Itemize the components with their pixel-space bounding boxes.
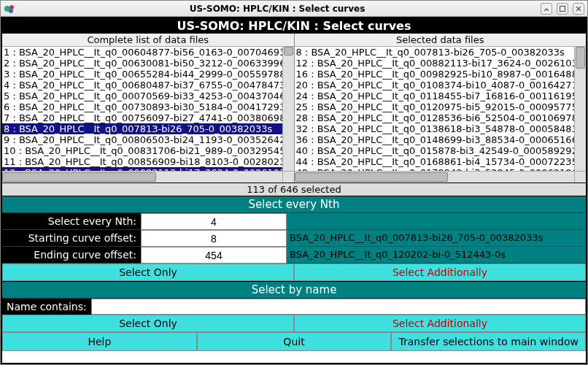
list-item[interactable]: 2 : BSA_20_HPLC__It_q0_00630081-bi50_321… — [2, 58, 282, 69]
selection-status: 113 of 646 selected — [2, 183, 586, 196]
transfer-button[interactable]: Transfer selections to main window — [391, 332, 586, 351]
nth-start-readout: BSA_20_HPLC__It_q0_007813-bi26_705-0_003… — [287, 230, 586, 247]
nth-end-label: Ending curve offset: — [2, 247, 141, 264]
section-select-nth: Select every Nth — [2, 196, 586, 213]
list-item[interactable]: 7 : BSA_20_HPLC__It_q0_00756097-bi27_474… — [2, 112, 282, 123]
list-item[interactable]: 40 : BSA_20_HPLC__It_q0_015878-bi3_42549… — [295, 145, 575, 156]
list-item[interactable]: 1 : BSA_20_HPLC__It_q0_00604877-bi56_016… — [2, 47, 282, 58]
page-subtitle: US-SOMO: HPLC/KIN : Select curves — [2, 18, 586, 34]
list-item[interactable]: 16 : BSA_20_HPLC__It_q0_00982925-bi10_89… — [295, 69, 575, 80]
help-button[interactable]: Help — [2, 332, 197, 351]
list-item[interactable]: 10 : BSA_20_HPLC__It_q0_00831706-bi21_98… — [2, 145, 282, 156]
nth-start-input[interactable] — [142, 233, 286, 245]
list-item[interactable]: 8 : BSA_20_HPLC__It_q0_007813-bi26_705-0… — [2, 123, 282, 134]
list-item[interactable]: 25 : BSA_20_HPLC__It_q0_0120975-bi5_9201… — [295, 101, 575, 112]
nth-every-readout — [287, 213, 586, 230]
list-item[interactable]: 12 : BSA_20_HPLC__It_q0_00882113-bi17_36… — [295, 58, 575, 69]
complete-list-header: Complete list of data files — [2, 34, 294, 47]
selected-list-header: Selected data files — [295, 34, 587, 47]
complete-listbox[interactable]: 1 : BSA_20_HPLC__It_q0_00604877-bi56_016… — [2, 47, 294, 182]
quit-button[interactable]: Quit — [197, 332, 392, 351]
list-item[interactable]: 20 : BSA_20_HPLC__It_q0_0108374-bi10_408… — [295, 80, 575, 91]
nth-select-additionally-button[interactable]: Select Additionally — [294, 264, 586, 281]
nth-end-readout: BSA_20_HPLC__It_q0_120202-bi-0_512443-0s — [287, 247, 586, 264]
section-select-by-name: Select by name — [2, 281, 586, 299]
nth-every-input[interactable] — [142, 216, 286, 228]
list-item[interactable]: 4 : BSA_20_HPLC__It_q0_00680487-bi37_675… — [2, 80, 282, 91]
nth-end-input[interactable] — [142, 250, 286, 261]
name-contains-label: Name contains: — [2, 299, 91, 315]
selected-listbox[interactable]: 8 : BSA_20_HPLC__It_q0_007813-bi26_705-0… — [295, 47, 587, 182]
name-contains-input[interactable] — [92, 299, 585, 314]
selected-hscrollbar[interactable] — [295, 171, 575, 182]
svg-rect-3 — [560, 6, 565, 11]
list-item[interactable]: 3 : BSA_20_HPLC__It_q0_00655284-bi44_299… — [2, 69, 282, 80]
svg-point-2 — [9, 9, 13, 13]
nth-start-label: Starting curve offset: — [2, 230, 141, 247]
selected-vscrollbar[interactable] — [574, 47, 586, 171]
name-select-only-button[interactable]: Select Only — [2, 315, 294, 332]
name-select-additionally-button[interactable]: Select Additionally — [294, 315, 586, 332]
list-item[interactable]: 9 : BSA_20_HPLC__It_q0_00806503-bi24_119… — [2, 134, 282, 145]
window-title: US-SOMO: HPLC/KIN : Select curves — [18, 4, 536, 14]
nth-select-only-button[interactable]: Select Only — [2, 264, 294, 281]
minimize-button[interactable] — [541, 3, 552, 15]
app-icon — [4, 3, 15, 15]
list-item[interactable]: 36 : BSA_20_HPLC__It_q0_0148699-bi3_8853… — [295, 134, 575, 145]
complete-vscrollbar[interactable] — [282, 47, 294, 171]
list-item[interactable]: 6 : BSA_20_HPLC__It_q0_00730893-bi30_518… — [2, 101, 282, 112]
close-button[interactable] — [573, 3, 584, 15]
list-item[interactable]: 44 : BSA_20_HPLC__It_q0_0168861-bi4_1573… — [295, 156, 575, 167]
titlebar: US-SOMO: HPLC/KIN : Select curves — [1, 1, 587, 17]
list-item[interactable]: 32 : BSA_20_HPLC__It_q0_0138618-bi3_5487… — [295, 123, 575, 134]
list-item[interactable]: 28 : BSA_20_HPLC__It_q0_0128536-bi6_5250… — [295, 112, 575, 123]
complete-hscrollbar[interactable] — [2, 171, 282, 182]
svg-point-1 — [9, 5, 14, 9]
maximize-button[interactable] — [557, 3, 568, 15]
list-item[interactable]: 24 : BSA_20_HPLC__It_q0_0118455-bi7_1681… — [295, 91, 575, 101]
list-item[interactable]: 5 : BSA_20_HPLC__It_q0_00070569-bi33_425… — [2, 91, 282, 101]
list-item[interactable]: 8 : BSA_20_HPLC__It_q0_007813-bi26_705-0… — [295, 47, 575, 58]
nth-every-label: Select every Nth: — [2, 213, 141, 230]
list-item[interactable]: 11 : BSA_20_HPLC__It_q0_00856909-bi18_81… — [2, 156, 282, 167]
